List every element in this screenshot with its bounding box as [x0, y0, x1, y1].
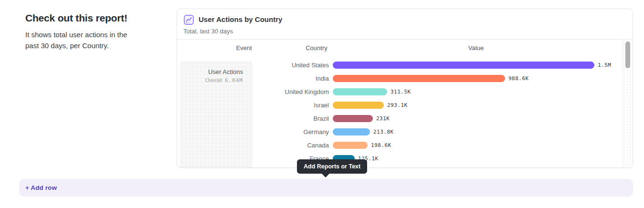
- chart-row: France125.1K: [177, 152, 612, 166]
- report-card-subtitle: Total, last 30 days: [183, 28, 233, 35]
- tooltip-caret-icon: [322, 174, 329, 177]
- report-card-header: User Actions by Country Total, last 30 d…: [177, 9, 633, 40]
- country-label: Germany: [177, 128, 329, 135]
- add-row-button[interactable]: + Add row: [19, 179, 633, 197]
- scrollbar-thumb[interactable]: [625, 42, 630, 68]
- tooltip-label: Add Reports or Text: [304, 163, 360, 170]
- chart-row: India988.6K: [177, 72, 612, 85]
- value-label: 311.5K: [391, 89, 411, 95]
- country-label: United States: [177, 62, 329, 69]
- country-label: United Kingdom: [177, 88, 329, 95]
- chart-row: Israel293.1K: [177, 99, 612, 112]
- chart-row: United States1.5M: [177, 59, 612, 72]
- country-label: Canada: [177, 142, 329, 149]
- value-label: 293.1K: [387, 102, 408, 108]
- report-heading: Check out this report!: [25, 12, 159, 24]
- value-label: 198.6K: [371, 142, 391, 148]
- add-reports-tooltip: Add Reports or Text: [297, 159, 367, 174]
- country-label: Israel: [177, 102, 329, 109]
- value-label: 231K: [376, 115, 390, 122]
- country-label: India: [177, 75, 329, 82]
- value-bar[interactable]: [333, 128, 370, 135]
- value-bar[interactable]: [333, 102, 384, 109]
- country-label: Brazil: [177, 115, 329, 122]
- chart-row: Canada198.6K: [177, 139, 612, 152]
- value-label: 1.5M: [598, 62, 612, 68]
- value-bar[interactable]: [333, 115, 373, 122]
- report-card[interactable]: User Actions by Country Total, last 30 d…: [177, 9, 633, 168]
- add-row-label: + Add row: [25, 184, 57, 191]
- bar-chart: United States1.5MIndia988.6KUnited Kingd…: [177, 40, 622, 167]
- value-bar[interactable]: [333, 75, 505, 82]
- report-card-title: User Actions by Country: [199, 15, 282, 23]
- value-bar[interactable]: [333, 142, 368, 149]
- value-bar[interactable]: [333, 88, 387, 95]
- text-widget[interactable]: Check out this report! It shows total us…: [25, 12, 159, 51]
- scrollbar-track[interactable]: [623, 40, 633, 167]
- value-label: 213.8K: [373, 129, 394, 135]
- report-description: It shows total user actions in the past …: [25, 30, 140, 51]
- line-chart-icon: [184, 15, 194, 25]
- chart-row: United Kingdom311.5K: [177, 85, 612, 99]
- value-label: 988.6K: [508, 75, 529, 82]
- value-bar[interactable]: [333, 62, 594, 69]
- chart-row: Germany213.8K: [177, 125, 612, 139]
- report-card-body: Event Country Value User Actions Overall…: [177, 40, 633, 167]
- chart-row: Brazil231K: [177, 112, 612, 125]
